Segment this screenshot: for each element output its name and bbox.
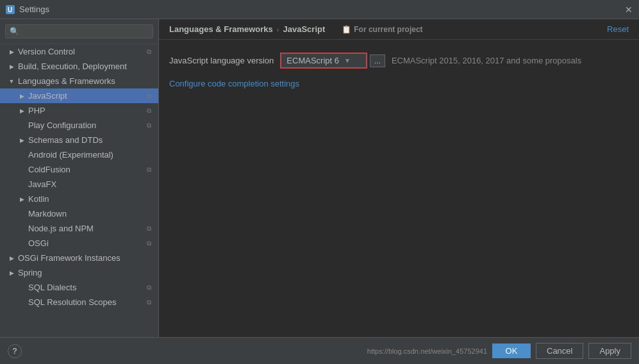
dropdown-ellipsis-button[interactable]: ... [370, 54, 385, 67]
sidebar-item-nodejs[interactable]: ▶ Node.js and NPM ⧉ [0, 221, 158, 236]
for-project-text: For current project [354, 25, 422, 34]
sidebar-item-label: SQL Dialects [28, 283, 144, 292]
content-area: Languages & Frameworks › JavaScript 📋 Fo… [159, 19, 639, 337]
sidebar-item-label: PHP [28, 106, 144, 115]
bottom-right: https://blog.csdn.net/weixin_45752941 OK… [367, 343, 631, 359]
copy-icon: ⧉ [144, 283, 153, 292]
copy-icon: ⧉ [144, 165, 153, 174]
copy-icon: ⧉ [144, 92, 153, 101]
dropdown-arrow-icon: ▼ [344, 57, 351, 64]
sidebar-item-label: Play Configuration [28, 120, 144, 130]
sidebar-item-label: Schemas and DTDs [28, 135, 153, 145]
sidebar-item-label: SQL Resolution Scopes [28, 297, 144, 307]
sidebar-item-play-configuration[interactable]: ▶ Play Configuration ⧉ [0, 118, 158, 133]
sidebar-item-label: Node.js and NPM [28, 224, 144, 233]
sidebar-item-spring[interactable]: ▶ Spring [0, 265, 158, 280]
breadcrumb-part2: JavaScript [283, 24, 326, 34]
configure-completion-link[interactable]: Configure code completion settings [169, 79, 299, 88]
close-button[interactable]: ✕ [624, 4, 634, 15]
content-body: JavaScript language version ECMAScript 6… [159, 40, 639, 101]
url-text: https://blog.csdn.net/weixin_45752941 [367, 347, 487, 355]
sidebar-item-label: OSGi [28, 238, 144, 248]
main-layout: ▶ Version Control ⧉ ▶ Build, Execution, … [0, 19, 639, 337]
arrow-icon: ▶ [18, 136, 26, 144]
svg-text:U: U [8, 6, 12, 13]
sidebar-item-sql-dialects[interactable]: ▶ SQL Dialects ⧉ [0, 280, 158, 295]
arrow-icon: ▼ [8, 78, 15, 85]
content-header: Languages & Frameworks › JavaScript 📋 Fo… [159, 19, 639, 40]
sidebar-item-label: Kotlin [28, 194, 153, 204]
arrow-icon: ▶ [8, 48, 15, 56]
sidebar-search-container [0, 19, 158, 44]
ok-button[interactable]: OK [492, 343, 531, 358]
sidebar-item-osgi[interactable]: ▶ OSGi ⧉ [0, 236, 158, 251]
sidebar-item-label: Android (Experimental) [28, 150, 153, 160]
arrow-icon: ▶ [8, 63, 15, 70]
sidebar-item-languages[interactable]: ▼ Languages & Frameworks [0, 74, 158, 88]
field-label: JavaScript language version [169, 56, 274, 65]
sidebar-item-label: OSGi Framework Instances [18, 253, 153, 263]
arrow-icon: ▶ [8, 269, 15, 277]
sidebar-item-label: JavaScript [28, 91, 144, 101]
language-version-row: JavaScript language version ECMAScript 6… [169, 53, 629, 69]
config-link-row: Configure code completion settings [169, 79, 629, 88]
sidebar-item-javascript[interactable]: ▶ JavaScript ⧉ [0, 88, 158, 103]
search-input[interactable] [5, 24, 153, 38]
apply-button[interactable]: Apply [588, 343, 631, 359]
copy-icon: ⧉ [144, 239, 153, 248]
copy-icon: ⧉ [144, 224, 153, 233]
help-button[interactable]: ? [8, 344, 22, 358]
bottom-left: ? [8, 344, 22, 358]
sidebar-item-sql-resolution[interactable]: ▶ SQL Resolution Scopes ⧉ [0, 295, 158, 310]
arrow-icon: ▶ [8, 254, 15, 262]
arrow-icon: ▶ [18, 107, 26, 115]
sidebar-item-build[interactable]: ▶ Build, Execution, Deployment [0, 59, 158, 74]
title-bar: U Settings ✕ [0, 0, 639, 19]
arrow-icon: ▶ [18, 92, 26, 100]
for-project-label: 📋 For current project [342, 25, 422, 34]
language-version-dropdown[interactable]: ECMAScript 6 ▼ [280, 53, 367, 69]
breadcrumb-part1: Languages & Frameworks [169, 24, 273, 34]
sidebar-item-label: ColdFusion [28, 165, 144, 174]
cancel-button[interactable]: Cancel [536, 343, 583, 359]
copy-icon: ⧉ [144, 47, 153, 56]
sidebar-item-label: Version Control [18, 47, 144, 56]
sidebar-item-schemas[interactable]: ▶ Schemas and DTDs [0, 133, 158, 147]
dropdown-wrapper: ECMAScript 6 ▼ ... [280, 53, 385, 69]
sidebar-item-label: Build, Execution, Deployment [18, 62, 153, 71]
breadcrumb: Languages & Frameworks › JavaScript 📋 Fo… [169, 24, 423, 34]
sidebar-item-label: Spring [18, 268, 153, 277]
copy-icon: ⧉ [144, 298, 153, 307]
sidebar-item-php[interactable]: ▶ PHP ⧉ [0, 103, 158, 118]
reset-link[interactable]: Reset [607, 24, 629, 34]
sidebar-item-version-control[interactable]: ▶ Version Control ⧉ [0, 44, 158, 59]
sidebar: ▶ Version Control ⧉ ▶ Build, Execution, … [0, 19, 159, 337]
sidebar-item-kotlin[interactable]: ▶ Kotlin [0, 192, 158, 206]
window-title: Settings [19, 4, 49, 14]
sidebar-item-javafx[interactable]: ▶ JavaFX [0, 177, 158, 192]
breadcrumb-separator: › [277, 26, 279, 33]
sidebar-item-label: Markdown [28, 209, 153, 219]
arrow-icon: ▶ [18, 195, 26, 203]
copy-icon: ⧉ [144, 121, 153, 130]
bottom-bar: ? https://blog.csdn.net/weixin_45752941 … [0, 337, 639, 364]
project-icon: 📋 [342, 25, 351, 34]
copy-icon: ⧉ [144, 106, 153, 115]
sidebar-item-android[interactable]: ▶ Android (Experimental) [0, 147, 158, 162]
field-description: ECMAScript 2015, 2016, 2017 and some pro… [392, 56, 581, 65]
dropdown-value: ECMAScript 6 [286, 56, 339, 65]
sidebar-item-label: JavaFX [28, 179, 153, 189]
sidebar-item-markdown[interactable]: ▶ Markdown [0, 206, 158, 221]
sidebar-item-coldfusion[interactable]: ▶ ColdFusion ⧉ [0, 162, 158, 177]
sidebar-item-osgi-framework[interactable]: ▶ OSGi Framework Instances [0, 251, 158, 265]
sidebar-item-label: Languages & Frameworks [18, 76, 153, 86]
app-icon: U [5, 4, 15, 15]
